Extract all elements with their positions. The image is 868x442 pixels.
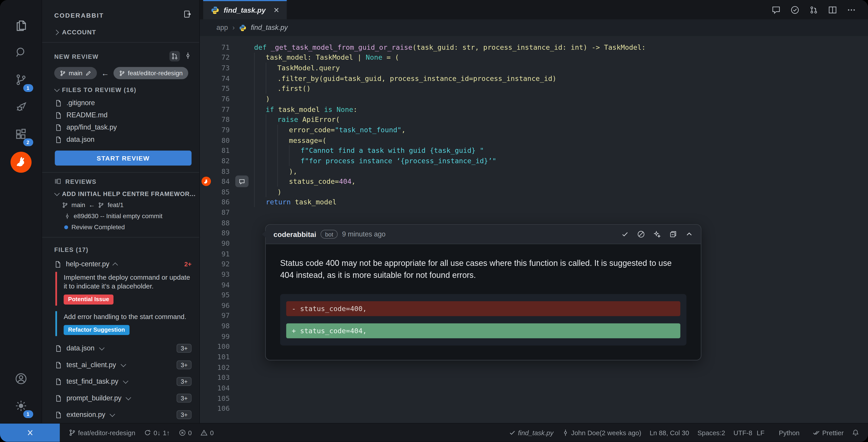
split-editor-icon[interactable]	[828, 5, 837, 14]
comment-count-badge: 3+	[177, 393, 191, 403]
file-name: .gitignore	[66, 99, 95, 107]
file-icon	[54, 261, 61, 268]
chevron-down-icon	[54, 86, 60, 92]
code-text: TaskModel.query	[254, 63, 340, 73]
sidebar-title: CODERABBIT	[54, 12, 104, 19]
code-line: 72task_model: TaskModel | None = (	[200, 53, 868, 63]
sync-status-item[interactable]: 0↓ 1↑	[144, 424, 170, 442]
files-section-label: FILES (17)	[54, 246, 88, 253]
indent-guide	[266, 155, 277, 166]
resolve-check-icon[interactable]	[621, 230, 629, 238]
add-comment-button[interactable]	[235, 176, 249, 187]
pull-request-icon[interactable]	[169, 51, 180, 61]
comment-icon[interactable]	[772, 5, 780, 14]
code-line: 85)	[200, 186, 868, 197]
file-to-review[interactable]: app/find_task.py	[55, 121, 199, 134]
start-review-button[interactable]: START REVIEW	[55, 151, 191, 166]
account-button[interactable]	[10, 369, 32, 391]
check-circle-icon[interactable]	[790, 5, 799, 14]
file-icon	[55, 345, 62, 352]
source-control-button[interactable]: 1	[10, 70, 32, 92]
review-base-branch: main	[71, 201, 85, 208]
review-commit[interactable]: e89d630 -- Initial empty commit	[52, 212, 199, 219]
settings-button[interactable]: 1	[10, 396, 32, 418]
tab-bar: find_task.py ✕	[200, 0, 868, 20]
indent-guide	[266, 176, 277, 187]
comment-text: Status code 400 may not be appropriate f…	[280, 258, 686, 282]
file-name: app/find_task.py	[66, 123, 117, 131]
chevron-down-icon	[123, 378, 128, 383]
branch-icon	[62, 202, 68, 208]
account-section-toggle[interactable]: ACCOUNT	[42, 29, 199, 35]
formatter-item[interactable]: Prettier	[813, 429, 844, 437]
code-line: 76)	[200, 94, 868, 104]
warnings-count: 0	[210, 429, 214, 437]
file-to-review[interactable]: .gitignore	[55, 97, 199, 109]
file-name: data.json	[66, 344, 94, 352]
search-button[interactable]	[10, 43, 32, 65]
indent-guide	[254, 104, 266, 114]
comment-count-badge: 3+	[177, 360, 191, 369]
line-number: 103	[212, 373, 230, 382]
indent-guide	[254, 124, 266, 135]
cursor-position-item[interactable]: Ln 88, Col 30	[650, 429, 689, 437]
indentation-item[interactable]: Spaces:2	[698, 429, 725, 437]
extensions-button[interactable]: 2	[10, 124, 32, 146]
collapse-chevron-up-icon[interactable]	[685, 230, 693, 238]
file-row[interactable]: test_ai_client.py 3+	[55, 358, 191, 372]
more-ellipsis-icon[interactable]	[847, 5, 856, 14]
eol-item[interactable]: LF	[757, 429, 765, 437]
base-branch-pill[interactable]: main	[54, 67, 97, 79]
tab-find-task[interactable]: find_task.py ✕	[203, 0, 287, 20]
errors-status-item[interactable]: 0	[179, 424, 192, 442]
breadcrumb[interactable]: app › find_task.py	[200, 20, 868, 36]
blame-status-item[interactable]: John Doe(2 weeks ago)	[562, 429, 641, 437]
refactor-suggestion-note[interactable]: Add error handling to the start command.…	[55, 311, 191, 336]
remote-indicator-button[interactable]	[0, 424, 60, 442]
close-icon[interactable]: ✕	[273, 6, 279, 14]
bot-badge: bot	[321, 230, 338, 238]
review-item-toggle[interactable]: ADD INITIAL HELP CENTRE FRAMEWOR...	[42, 190, 199, 197]
file-row[interactable]: data.json 3+	[55, 342, 191, 355]
line-number: 89	[212, 229, 230, 237]
coderabbit-button[interactable]	[10, 151, 32, 173]
expanded-file-row[interactable]: help-center.py 2+	[42, 260, 199, 268]
run-debug-button[interactable]	[10, 97, 32, 119]
breadcrumb-folder[interactable]: app	[217, 24, 228, 31]
potential-issue-note[interactable]: Implement the deploy command or update i…	[55, 272, 191, 306]
settings-badge: 1	[23, 411, 33, 418]
open-panel-icon[interactable]	[183, 10, 192, 21]
reviews-icon	[54, 178, 61, 185]
branch-status-item[interactable]: feat/editor-redesign	[69, 424, 135, 442]
notifications-item[interactable]	[852, 429, 859, 437]
code-text: message=(	[254, 135, 327, 145]
code-line: 102	[200, 362, 868, 372]
file-row[interactable]: test_find_task.py 3+	[55, 375, 191, 388]
breadcrumb-file[interactable]: find_task.py	[251, 24, 287, 31]
coderabbit-line-marker[interactable]	[201, 177, 211, 186]
file-name: prompt_builder.py	[66, 394, 121, 402]
commit-icon[interactable]	[184, 51, 192, 61]
coderabbit-sidebar: CODERABBIT ACCOUNT NEW REVIEW main	[42, 0, 200, 423]
indent-guide	[266, 114, 277, 125]
file-to-review[interactable]: data.json	[55, 134, 199, 146]
file-row[interactable]: extension.py 3+	[55, 408, 191, 421]
code-text: ),	[254, 166, 297, 176]
files-to-review-toggle[interactable]: FILES TO REVIEW (16)	[42, 86, 199, 93]
ai-sparkles-icon[interactable]	[653, 230, 661, 238]
copy-icon[interactable]	[669, 230, 677, 238]
file-to-review[interactable]: README.md	[55, 109, 199, 121]
line-number: 100	[212, 342, 230, 351]
python-icon	[239, 24, 246, 31]
file-status-item[interactable]: find_task.py	[508, 429, 553, 437]
ignore-circle-slash-icon[interactable]	[637, 230, 645, 238]
encoding-item[interactable]: UTF-8	[734, 429, 752, 437]
language-item[interactable]: Python	[779, 429, 800, 437]
indent-guide	[277, 176, 289, 187]
explorer-button[interactable]	[10, 16, 32, 38]
warnings-status-item[interactable]: 0	[201, 424, 214, 442]
compare-branch-pill[interactable]: feat/editor-redesign	[114, 67, 188, 79]
pull-request-icon[interactable]	[809, 5, 818, 14]
line-number: 99	[212, 332, 230, 341]
file-row[interactable]: prompt_builder.py 3+	[55, 391, 191, 405]
